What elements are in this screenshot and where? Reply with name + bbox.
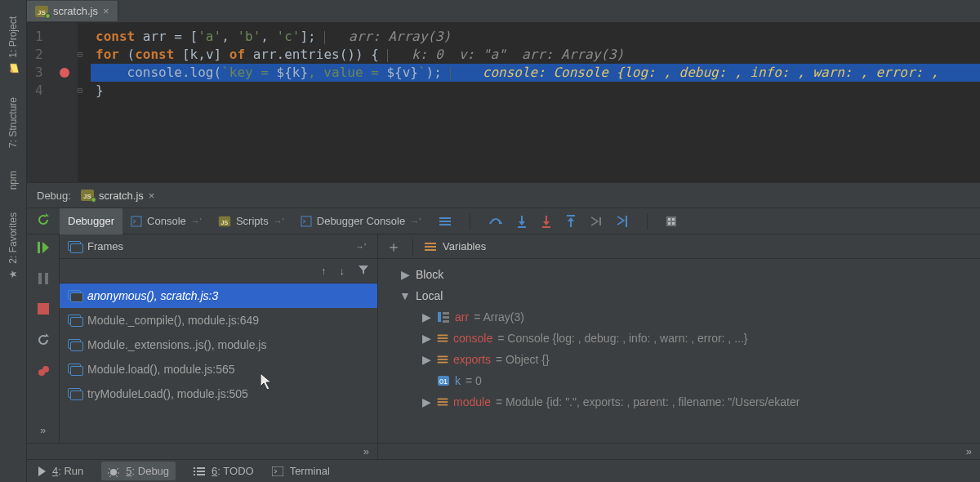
svg-rect-23 — [443, 316, 449, 319]
tab-console[interactable]: Console →' — [122, 208, 210, 234]
tab-scripts[interactable]: JS Scripts →' — [210, 208, 292, 234]
pause-icon[interactable] — [38, 273, 48, 287]
editor-tab-scratch[interactable]: JS scratch.js × — [27, 1, 118, 21]
prev-frame-icon[interactable]: ↑ — [321, 265, 327, 277]
filter-icon[interactable] — [358, 264, 369, 278]
status-debug[interactable]: 5: Debug — [101, 462, 176, 480]
rerun-icon[interactable] — [37, 213, 50, 229]
frame-item[interactable]: Module.load(), module.js:565 — [60, 357, 377, 382]
run-to-cursor-icon[interactable] — [616, 215, 629, 228]
close-icon[interactable]: × — [149, 190, 155, 202]
svg-rect-6 — [542, 226, 550, 228]
code-area[interactable]: const arr = ['a', 'b', 'c']; arr: Array(… — [91, 23, 980, 182]
svg-point-20 — [42, 366, 49, 373]
svg-rect-3 — [439, 221, 451, 222]
toolwindow-structure[interactable]: 7: Structure — [7, 97, 19, 148]
frames-toolbar: ↑ ↓ — [60, 259, 377, 283]
line-number: 1 — [27, 28, 78, 46]
frame-item[interactable]: Module._extensions..js(), module.js — [60, 332, 377, 357]
debug-toolbar: Debugger Console →' JS Scripts →' Debugg… — [27, 208, 980, 234]
svg-rect-22 — [443, 312, 449, 315]
svg-rect-13 — [668, 222, 670, 225]
drop-frame-icon[interactable] — [590, 216, 603, 227]
frame-item[interactable]: anonymous(), scratch.js:3 — [60, 283, 377, 308]
debug-side-actions: » — [27, 234, 60, 443]
debug-body: » Frames →' ↑ ↓ anonymous(), scratch.js: — [27, 234, 980, 443]
editor-tab-label: scratch.js — [53, 5, 98, 17]
step-into-icon[interactable] — [516, 215, 528, 228]
frames-header: Frames →' — [60, 234, 377, 259]
editor-gutter[interactable]: 1 2 3 4 — [27, 23, 78, 182]
frame-icon — [68, 315, 81, 326]
svg-rect-24 — [443, 320, 449, 323]
force-step-into-icon[interactable] — [541, 215, 552, 228]
toolwindow-project[interactable]: 📁 1: Project — [7, 16, 19, 74]
js-file-icon: JS — [35, 6, 48, 17]
editor-tabbar: JS scratch.js × — [27, 0, 980, 23]
variables-header: ＋ Variables — [378, 234, 980, 259]
svg-rect-7 — [567, 215, 575, 216]
variables-icon — [425, 243, 436, 251]
add-watch-icon[interactable]: ＋ — [386, 237, 401, 257]
status-run[interactable]: 4: Run — [38, 465, 83, 477]
editor-fold-gutter: ⊟ ⊟ — [78, 23, 91, 182]
frame-icon — [68, 388, 81, 399]
svg-rect-14 — [672, 222, 675, 225]
close-icon[interactable]: × — [103, 5, 109, 17]
frame-list[interactable]: anonymous(), scratch.js:3 Module._compil… — [60, 283, 377, 443]
code-editor[interactable]: 1 2 3 4 ⊟ ⊟ const arr = ['a', 'b', 'c'];… — [27, 23, 980, 182]
toolwindow-favorites[interactable]: ★ 2: Favorites — [7, 212, 19, 280]
line-number-breakpoint: 3 — [27, 64, 78, 82]
tab-debugger-console[interactable]: Debugger Console →' — [292, 208, 430, 234]
evaluate-expression-icon[interactable] — [666, 216, 677, 227]
line-number: 4 — [27, 82, 78, 100]
svg-rect-1 — [301, 216, 311, 226]
svg-rect-31 — [197, 471, 205, 472]
status-todo[interactable]: 6: TODO — [194, 465, 254, 477]
step-over-icon[interactable] — [488, 216, 503, 227]
svg-rect-15 — [38, 242, 40, 253]
svg-rect-12 — [672, 218, 675, 221]
frame-item[interactable]: Module._compile(), module.js:649 — [60, 308, 377, 332]
bug-icon — [108, 466, 119, 477]
tab-debugger[interactable]: Debugger — [60, 208, 122, 234]
frame-item[interactable]: tryModuleLoad(), module.js:505 — [60, 382, 377, 406]
svg-rect-28 — [194, 467, 195, 469]
next-frame-icon[interactable]: ↓ — [340, 265, 345, 277]
variables-more-icon[interactable]: » — [966, 445, 972, 457]
debug-run-config[interactable]: JS scratch.js × — [81, 190, 155, 202]
view-breakpoints-icon[interactable] — [38, 365, 49, 379]
stop-icon[interactable] — [38, 303, 49, 317]
svg-rect-2 — [439, 217, 451, 219]
frame-icon — [68, 364, 81, 375]
debug-title-label: Debug: — [37, 190, 71, 202]
debug-panel-title: Debug: JS scratch.js × — [27, 182, 980, 208]
frame-icon — [68, 339, 81, 350]
status-terminal[interactable]: Terminal — [272, 465, 330, 477]
frames-icon — [68, 241, 81, 252]
frames-more-icon[interactable]: » — [363, 445, 369, 457]
restart-icon[interactable] — [37, 333, 50, 349]
svg-point-27 — [110, 469, 117, 475]
svg-rect-32 — [194, 474, 195, 475]
more-icon[interactable]: » — [40, 424, 46, 436]
step-out-icon[interactable] — [565, 215, 577, 228]
svg-rect-10 — [666, 216, 676, 226]
breakpoint-icon[interactable] — [60, 68, 69, 78]
svg-rect-21 — [438, 312, 441, 322]
svg-rect-4 — [439, 224, 451, 225]
main-column: JS scratch.js × 1 2 3 4 ⊟ ⊟ const arr = … — [27, 0, 980, 482]
frame-icon — [68, 290, 81, 301]
variables-tree[interactable]: ▶Block ▼Local ▶ arr = Array(3) ▶console … — [378, 259, 980, 443]
svg-rect-29 — [197, 467, 205, 469]
resume-icon[interactable] — [38, 241, 49, 257]
svg-rect-18 — [38, 303, 49, 315]
svg-rect-17 — [45, 273, 48, 284]
svg-rect-9 — [626, 216, 627, 227]
nodejs-icon: JS — [81, 190, 94, 201]
svg-rect-0 — [131, 216, 141, 226]
svg-rect-34 — [272, 466, 283, 476]
svg-text:01: 01 — [439, 377, 448, 386]
show-execution-point-icon[interactable] — [439, 216, 452, 227]
toolwindow-npm[interactable]: npm — [7, 171, 19, 190]
